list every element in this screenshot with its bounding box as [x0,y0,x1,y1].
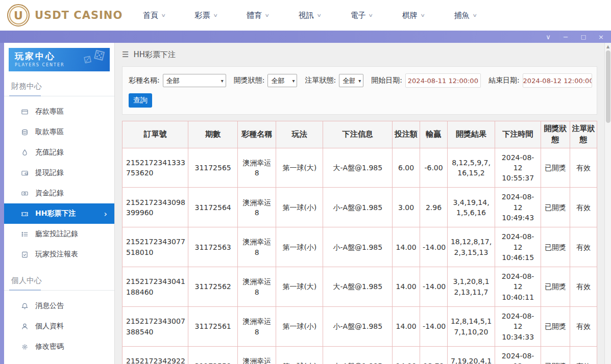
cell: 2024-08-12 10:20:25 [495,346,541,364]
hamburger-icon[interactable]: ☰ [122,50,129,59]
nav-item-7[interactable]: 捕魚∨ [454,11,477,20]
lottery-select[interactable]: 全部 [163,74,226,87]
col-header-7: 輸贏 [420,121,448,148]
col-header-6: 投注額 [393,121,420,148]
sidebar-item-label: 玩家投注報表 [35,250,78,259]
cell: 14.00 [393,227,420,267]
table-row: 215217234300738854031172561澳洲幸运8第一球(小)小-… [123,307,597,347]
scroll-up-icon[interactable]: ▲ [606,43,609,50]
cell: 2.96 [420,188,448,227]
cell: 3.00 [393,188,420,227]
chevron-down-icon: ∨ [472,13,477,18]
sidebar-item-label: 存款專區 [35,107,64,116]
top-navigation: U USDT CASINO 首頁∨彩票∨體育∨視訊∨電子∨棋牌∨捕魚∨ [0,0,611,31]
nav-item-2[interactable]: 彩票∨ [195,11,217,20]
filter-actions: 查詢 [129,93,591,108]
cell: 大-A盤@1.985 [323,148,393,188]
cashout-icon [21,169,29,177]
cell: 小-A盤@1.985 [323,227,393,267]
cell: 3,4,19,14,1,5,6,16 [448,188,495,227]
cell: 18,12,8,17,2,3,15,13 [448,227,495,267]
scrollbar-thumb[interactable] [606,50,610,123]
bell-icon [21,302,29,310]
table-row: 215217234304118846031172562澳洲幸运8第一球(大)大-… [123,267,597,307]
sidebar-item-label: 廳室投註記錄 [35,229,78,239]
cell: 31172558 [188,346,238,364]
col-header-3: 彩種名稱 [237,121,276,148]
cell: 大-A盤@1.985 [323,267,393,307]
cell: 已開獎 [541,148,570,188]
window-minimize-icon[interactable]: − [563,34,569,40]
sidebar-item-hall-records[interactable]: 廳室投註記錄 [4,224,114,244]
cell: 7,19,20,4,16,5,18,17 [448,346,495,364]
end-date-input[interactable] [523,73,592,88]
col-header-5: 下注信息 [323,121,393,148]
cell: 小-A盤@1.985 [323,346,393,364]
logo-text: USDT CASINO [35,9,123,21]
cell: -14.00 [420,227,448,267]
sidebar-item-report[interactable]: 玩家投注報表 [4,244,114,265]
chevron-right-icon: › [104,209,107,219]
password-icon [21,343,29,351]
sidebar-item-withdraw[interactable]: 取款專區 [4,122,114,142]
sidebar-section-items: 消息公告個人資料修改密碼 [4,291,114,360]
cell: 已開獎 [541,227,570,267]
nav-item-5[interactable]: 電子∨ [350,11,373,20]
lottery-select-wrap: 全部 [163,74,226,87]
search-button[interactable]: 查詢 [129,93,152,108]
col-header-9: 下注時間 [495,121,541,148]
col-header-10: 開獎狀態 [541,121,570,148]
chevron-down-icon: ∨ [420,13,425,18]
cell: 12,8,14,5,17,1,10,20 [448,307,495,347]
sidebar-item-lottery[interactable]: HH彩票下注› [4,203,114,224]
sidebar-item-profile[interactable]: 個人資料 [4,316,114,336]
nav-item-6[interactable]: 棋牌∨ [402,11,425,20]
cell: 小-A盤@1.985 [323,188,393,227]
cell: 小-A盤@1.985 [323,307,393,347]
nav-item-label: 首頁 [143,11,158,20]
cell: 2152172342922586310 [123,346,188,364]
cell: 第一球(小) [276,188,323,227]
sidebar-section-items: 存款專區取款專區充值記錄提現記錄資金記錄HH彩票下注›廳室投註記錄玩家投注報表 [4,96,114,268]
table-header-row: 訂單號期數彩種名稱玩法下注信息投注額輸贏開獎結果下注時間開獎狀態注單狀態 [123,121,597,148]
sidebar-item-recharge[interactable]: 充值記錄 [4,142,114,163]
sidebar-item-password[interactable]: 修改密碼 [4,336,114,357]
deposit-icon [21,108,29,116]
draw-status-select[interactable]: 全部 [267,74,297,87]
lottery-select-label: 彩種名稱: [129,76,160,85]
logo[interactable]: U USDT CASINO [7,4,129,27]
bet-status-label: 注單狀態: [305,76,336,85]
chevron-down-icon: ∨ [213,13,218,18]
app-window: ∨ − □ × 玩家中心 PLAYERS CENTER ⚄ ⚂ 財務中心存款專區… [0,31,611,364]
cell: 31172564 [188,188,238,227]
main-content: ☰ HH彩票下注 彩種名稱: 全部 開獎狀態: 全部 [115,43,604,364]
table-row: 215217234307751801031172563澳洲幸运8第一球(小)小-… [123,227,597,267]
window-close-icon[interactable]: × [598,34,604,40]
scrollbar[interactable]: ▲ [604,43,611,364]
sidebar-item-funds[interactable]: 資金記錄 [4,183,114,203]
sidebar-item-bell[interactable]: 消息公告 [4,296,114,316]
sidebar-item-deposit[interactable]: 存款專區 [4,101,114,122]
cell: 2152172343098399960 [123,188,188,227]
bet-status-select[interactable]: 全部 [339,74,363,87]
filter-row: 彩種名稱: 全部 開獎狀態: 全部 注單狀態: [129,73,591,88]
sidebar-item-label: 消息公告 [35,301,64,310]
cell: 31172562 [188,267,238,307]
window-maximize-icon[interactable]: □ [581,34,586,40]
window-collapse-icon[interactable]: ∨ [546,34,551,40]
sidebar-item-cashout[interactable]: 提現記錄 [4,163,114,183]
page-title: HH彩票下注 [133,50,176,60]
nav-item-1[interactable]: 首頁∨ [143,11,165,20]
nav-item-label: 棋牌 [402,11,418,20]
cell: 2152172341333753620 [123,148,188,188]
logo-icon: U [7,4,30,27]
cell: 澳洲幸运8 [237,267,276,307]
nav-item-3[interactable]: 體育∨ [247,11,269,20]
start-date-input[interactable] [405,73,481,88]
cell: 第一球(大) [276,267,323,307]
cell: 2024-08-12 10:55:37 [495,148,541,188]
nav-item-4[interactable]: 視訊∨ [299,11,321,20]
cell: 有效 [570,346,597,364]
logo-monogram: U [14,9,23,22]
chevron-down-icon: ∨ [265,13,270,18]
